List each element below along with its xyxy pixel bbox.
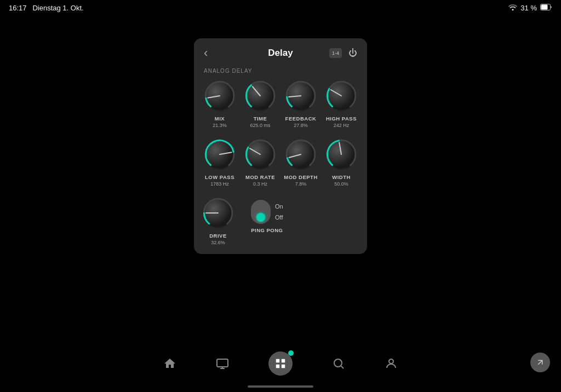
knobs-row-1: MIX 21.3% TIME 625.0 ms [199, 79, 362, 128]
knob-drive[interactable]: DRIVE 32.6% [199, 197, 237, 245]
knob-label: FEEDBACK [285, 116, 317, 122]
svg-point-30 [334, 359, 342, 367]
knob-dial[interactable] [284, 79, 317, 112]
knob-mod-depth[interactable]: MOD DEPTH 7.8% [282, 138, 319, 187]
knobs-row-2: LOW PASS 1783 Hz MOD RATE 0.3 Hz [199, 138, 362, 187]
knob-low-pass[interactable]: LOW PASS 1783 Hz [201, 138, 238, 187]
battery-percent: 31 % [520, 4, 537, 12]
knob-dial[interactable] [244, 79, 277, 112]
knob-mod-rate[interactable]: MOD RATE 0.3 Hz [242, 138, 279, 187]
section-label: ANALOG DELAY [194, 66, 367, 79]
time: 16:17 [9, 4, 27, 12]
knob-dial[interactable] [203, 138, 236, 171]
knob-value: 0.3 Hz [253, 181, 267, 187]
status-bar: 16:17 Dienstag 1. Okt. 31 % [0, 0, 561, 15]
back-button[interactable]: ‹ [204, 46, 208, 60]
knob-value: 242 Hz [334, 123, 350, 128]
header-title: Delay [268, 48, 293, 59]
knob-label: MIX [215, 116, 225, 122]
toggle-position-off [256, 213, 265, 222]
toggle-row-on: On Off [251, 200, 283, 224]
knob-label: TIME [254, 116, 267, 122]
knob-dial[interactable] [325, 138, 358, 171]
knob-label: MOD DEPTH [284, 174, 318, 180]
knob-value: 21.3% [213, 123, 227, 128]
knob-label: WIDTH [332, 174, 351, 180]
app-container: ‹ Delay 1-4 ⏻ ANALOG DELAY [194, 38, 367, 254]
knob-value: 625.0 ms [250, 123, 270, 128]
status-icons: 31 % [508, 4, 552, 12]
knob-value: 50.0% [334, 181, 348, 187]
knob-dial[interactable] [202, 197, 234, 229]
nav-home[interactable] [163, 357, 176, 370]
knob-value: 32.6% [211, 240, 225, 245]
knob-value: 7.8% [295, 181, 307, 187]
home-indicator [248, 385, 313, 388]
header-controls: 1-4 ⏻ [329, 48, 357, 58]
knob-width[interactable]: WIDTH 50.0% [323, 138, 360, 187]
knob-time[interactable]: TIME 625.0 ms [242, 79, 279, 128]
bottom-row: DRIVE 32.6% On Off PING PONG [194, 197, 367, 254]
wifi-icon [508, 4, 517, 12]
battery-icon [540, 4, 552, 12]
toggle-container[interactable]: On Off [251, 200, 283, 224]
knob-label: DRIVE [209, 233, 227, 239]
status-time-date: 16:17 Dienstag 1. Okt. [9, 4, 84, 12]
knob-dial[interactable] [325, 79, 358, 112]
knob-feedback[interactable]: FEEDBACK 27.8% [282, 79, 319, 128]
svg-point-31 [389, 359, 393, 364]
nav-monitor[interactable] [216, 357, 229, 370]
knob-dial[interactable] [203, 79, 236, 112]
svg-rect-1 [541, 4, 548, 9]
scroll-icon[interactable] [530, 353, 550, 372]
knob-label: HIGH PASS [326, 116, 357, 122]
knob-label: LOW PASS [205, 174, 234, 180]
toggle-off-label: Off [275, 214, 283, 221]
date: Dienstag 1. Okt. [32, 4, 83, 12]
toggle-track[interactable] [251, 200, 271, 224]
toggle-on-label: On [275, 203, 283, 210]
knob-value: 1783 Hz [210, 181, 229, 187]
nav-grid[interactable] [268, 351, 293, 376]
knob-value: 27.8% [294, 123, 308, 128]
knob-dial[interactable] [244, 138, 277, 171]
toggle-position-on [256, 203, 265, 211]
nav-person[interactable] [385, 357, 398, 370]
ping-pong-label: PING PONG [251, 227, 283, 233]
svg-rect-29 [217, 359, 228, 367]
knob-label: MOD RATE [245, 174, 275, 180]
nav-search[interactable] [332, 357, 345, 370]
power-button[interactable]: ⏻ [348, 48, 357, 58]
knobs-row-2-container: LOW PASS 1783 Hz MOD RATE 0.3 Hz [194, 138, 367, 187]
knob-mix[interactable]: MIX 21.3% [201, 79, 238, 128]
knob-dial[interactable] [284, 138, 317, 171]
bottom-nav [144, 351, 417, 376]
header: ‹ Delay 1-4 ⏻ [194, 38, 367, 66]
preset-button[interactable]: 1-4 [329, 48, 342, 58]
knobs-row-1-container: MIX 21.3% TIME 625.0 ms [194, 79, 367, 128]
knob-high-pass[interactable]: HIGH PASS 242 Hz [323, 79, 360, 128]
ping-pong-control: On Off PING PONG [251, 197, 283, 233]
